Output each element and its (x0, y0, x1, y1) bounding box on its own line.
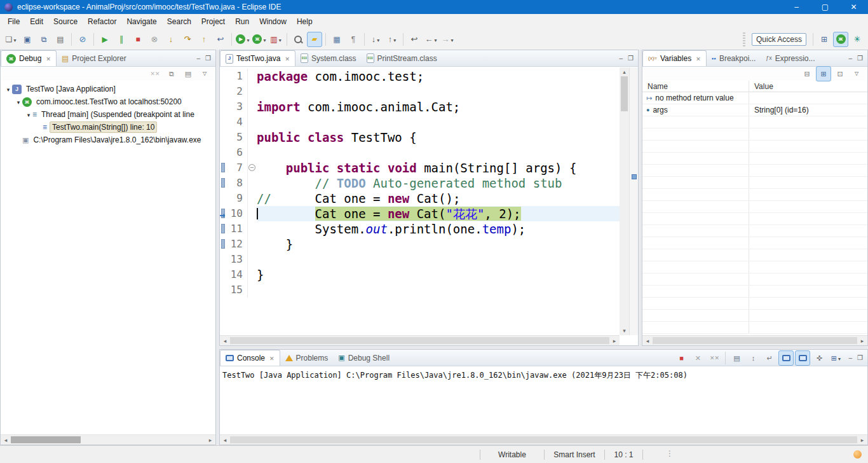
line-number[interactable]: 13 (226, 252, 248, 267)
code-line-5[interactable]: 5public class TestTwo { (220, 130, 620, 145)
overview-annotation[interactable] (632, 174, 637, 179)
fold-ruler[interactable] (248, 282, 257, 298)
debug-tree-row[interactable]: жcom.imooc.test.TestTwo at localhost:502… (1, 95, 215, 108)
tree-expander-icon[interactable] (4, 85, 12, 93)
fold-ruler[interactable] (248, 252, 257, 267)
scroll-right-icon[interactable] (857, 338, 867, 344)
menu-navigate[interactable]: Navigate (121, 14, 161, 29)
annotation-ruler[interactable] (220, 69, 226, 84)
debug-tab-debug[interactable]: жDebug (1, 50, 57, 66)
next-annotation-icon-dropdown[interactable] (377, 35, 379, 44)
fold-ruler[interactable] (248, 84, 257, 99)
terminate-icon[interactable]: ■ (130, 32, 146, 47)
collapse-all-icon[interactable]: ⊡ (832, 66, 848, 81)
show-type-names-icon[interactable]: ⊟ (799, 66, 815, 81)
clear-console-icon[interactable]: ▤ (729, 350, 744, 366)
code-line-1[interactable]: 1package com.imooc.test; (220, 69, 620, 84)
print-icon[interactable]: ▤ (53, 32, 68, 47)
debug-view-layout-icon[interactable]: ⧉ (164, 66, 179, 81)
fold-ruler[interactable] (248, 69, 257, 84)
code-line-10[interactable]: 10 Cat one = new Cat("花花", 2); (220, 206, 620, 221)
fold-ruler[interactable] (248, 267, 257, 282)
menu-edit[interactable]: Edit (25, 14, 48, 29)
scroll-thumb[interactable] (11, 436, 81, 443)
line-number[interactable]: 9 (226, 191, 248, 206)
annotation-ruler[interactable] (220, 206, 226, 221)
annotation-ruler[interactable] (220, 130, 226, 145)
scroll-left-icon[interactable] (1, 437, 11, 443)
menu-window[interactable]: Window (254, 14, 292, 29)
save-icon[interactable]: ▣ (20, 32, 35, 47)
java-ee-perspective-icon[interactable]: ✳ (850, 32, 865, 47)
line-number[interactable]: 12 (226, 237, 248, 252)
variables-hscrollbar[interactable] (642, 335, 867, 345)
debug-icon[interactable]: ж (252, 32, 267, 47)
code-line-7[interactable]: 7 public static void main(String[] args)… (220, 160, 620, 176)
close-tab-icon[interactable] (269, 354, 275, 363)
code-text[interactable]: } (257, 237, 620, 252)
coverage-icon[interactable]: ▥ (268, 32, 283, 47)
scroll-right-icon[interactable] (857, 437, 867, 443)
disconnect-icon[interactable]: ⊗ (147, 32, 162, 47)
scroll-track[interactable] (653, 337, 857, 344)
step-return-icon[interactable]: ↑ (196, 32, 212, 47)
editor-hscrollbar[interactable] (220, 335, 620, 345)
console-hscrollbar[interactable] (220, 434, 867, 445)
code-text[interactable]: } (257, 267, 620, 282)
menu-file[interactable]: File (3, 14, 25, 29)
code-line-12[interactable]: 12 } (220, 237, 620, 252)
new-wizard-icon-dropdown[interactable] (13, 35, 16, 44)
debug-hscrollbar[interactable] (1, 434, 215, 445)
debug-tree-row[interactable]: ≡Thread [main] (Suspended (breakpoint at… (1, 108, 215, 121)
view-menu-icon[interactable]: ▽ (197, 66, 212, 81)
annotation-ruler[interactable] (220, 191, 226, 206)
terminate-icon[interactable]: ■ (674, 350, 689, 366)
scroll-track[interactable] (11, 436, 205, 443)
annotation-ruler[interactable] (220, 267, 226, 282)
line-number[interactable]: 4 (226, 114, 248, 130)
tree-expander-icon[interactable] (15, 97, 22, 106)
maximize-view-button[interactable] (857, 354, 863, 361)
step-over-icon[interactable]: ↷ (180, 32, 195, 47)
code-line-6[interactable]: 6 (220, 145, 620, 160)
scroll-left-icon[interactable] (220, 338, 230, 344)
fold-ruler[interactable] (248, 191, 257, 206)
save-all-icon[interactable]: ⧉ (36, 32, 51, 47)
pin-console-icon[interactable]: ✜ (811, 350, 827, 366)
forward-icon-dropdown[interactable] (451, 35, 453, 44)
maximize-view-button[interactable] (628, 55, 634, 62)
annotation-ruler[interactable] (220, 114, 226, 130)
fold-ruler[interactable] (248, 160, 257, 176)
close-tab-icon[interactable] (285, 54, 290, 63)
code-text[interactable]: package com.imooc.test; (257, 69, 620, 84)
show-stderr-icon[interactable] (795, 350, 810, 366)
fold-ruler[interactable] (248, 176, 257, 191)
code-text[interactable]: public static void main(String[] args) { (257, 160, 620, 176)
fold-ruler[interactable] (248, 206, 257, 221)
menu-search[interactable]: Search (162, 14, 196, 29)
scroll-right-icon[interactable] (205, 437, 215, 443)
annotation-ruler[interactable] (220, 282, 226, 298)
step-into-icon[interactable]: ↓ (163, 32, 179, 47)
debug-tree-row[interactable]: ≡TestTwo.main(String[]) line: 10 (1, 121, 215, 134)
line-number[interactable]: 10 (226, 206, 248, 221)
line-number[interactable]: 8 (226, 176, 248, 191)
scroll-thumb[interactable] (621, 76, 628, 111)
notification-icon[interactable] (853, 450, 862, 459)
remove-all-launches-icon[interactable]: ✕✕ (707, 350, 722, 366)
annotation-ruler[interactable] (220, 176, 226, 191)
minimize-view-button[interactable] (196, 55, 200, 62)
line-number[interactable]: 11 (226, 221, 248, 237)
column-header-value[interactable]: Value (749, 82, 867, 91)
scroll-right-icon[interactable] (609, 338, 620, 344)
fold-ruler[interactable] (248, 145, 257, 160)
collapse-fold-icon[interactable] (248, 164, 255, 171)
code-line-15[interactable]: 15 (220, 282, 620, 298)
code-line-9[interactable]: 9// Cat one = new Cat(); (220, 191, 620, 206)
code-line-13[interactable]: 13 (220, 252, 620, 267)
annotation-ruler[interactable] (220, 99, 226, 114)
maximize-view-button[interactable] (205, 55, 211, 62)
scroll-left-icon[interactable] (642, 338, 653, 344)
code-text[interactable]: // Cat one = new Cat(); (257, 191, 620, 206)
fold-ruler[interactable] (248, 114, 257, 130)
